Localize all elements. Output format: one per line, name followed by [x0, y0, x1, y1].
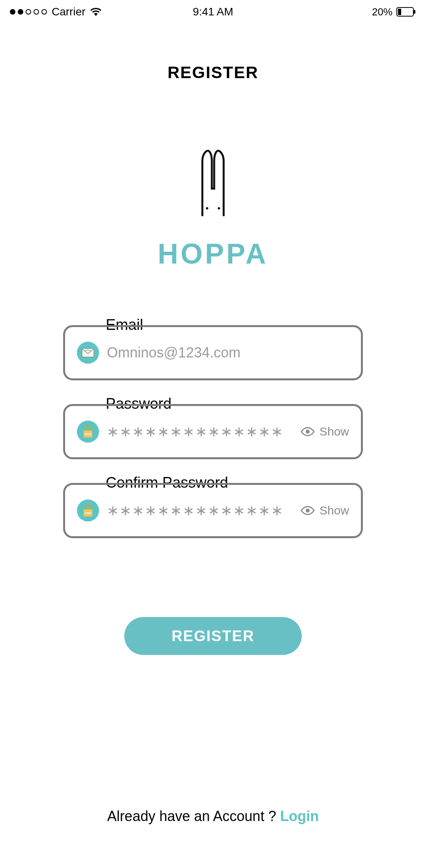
- register-button[interactable]: REGISTER: [124, 617, 302, 655]
- login-link[interactable]: Login: [280, 808, 319, 824]
- svg-rect-7: [85, 433, 91, 435]
- register-form: Email Password: [0, 325, 426, 655]
- svg-point-4: [218, 207, 220, 210]
- footer-prompt: Already have an Account ?: [107, 808, 280, 824]
- email-frame: [63, 325, 363, 380]
- status-bar: Carrier 9:41 AM 20%: [0, 0, 426, 24]
- email-input[interactable]: [107, 344, 349, 361]
- svg-rect-2: [398, 9, 401, 15]
- logo-area: HOPPA: [0, 149, 426, 270]
- signal-dots-icon: [10, 9, 47, 15]
- eye-icon: [301, 506, 315, 515]
- password-frame: Show: [63, 404, 363, 459]
- eye-icon: [301, 427, 315, 436]
- status-left: Carrier: [10, 6, 101, 18]
- email-field-group: Email: [63, 325, 363, 380]
- bunny-icon: [191, 149, 235, 216]
- confirm-password-show-toggle[interactable]: Show: [301, 504, 349, 517]
- app-name: HOPPA: [0, 238, 426, 270]
- wifi-icon: [90, 7, 101, 16]
- svg-point-3: [206, 207, 208, 210]
- carrier-label: Carrier: [52, 6, 86, 18]
- svg-rect-10: [85, 512, 91, 514]
- password-show-toggle[interactable]: Show: [301, 425, 349, 438]
- battery-percent: 20%: [372, 6, 392, 18]
- status-right: 20%: [372, 6, 416, 18]
- envelope-icon: [77, 342, 99, 364]
- lock-icon: [77, 499, 99, 522]
- password-field-group: Password Show: [63, 404, 363, 459]
- page-title: REGISTER: [0, 63, 426, 82]
- footer: Already have an Account ? Login: [0, 808, 426, 825]
- confirm-password-field-group: Confirm Password Show: [63, 483, 363, 538]
- svg-point-11: [306, 509, 310, 513]
- show-label: Show: [320, 504, 349, 517]
- battery-icon: [396, 7, 416, 17]
- svg-point-8: [306, 430, 310, 434]
- show-label: Show: [320, 425, 349, 438]
- confirm-password-input[interactable]: [107, 502, 301, 519]
- password-input[interactable]: [107, 423, 301, 440]
- status-time: 9:41 AM: [193, 6, 234, 18]
- confirm-password-frame: Show: [63, 483, 363, 538]
- svg-rect-1: [414, 10, 415, 14]
- lock-icon: [77, 421, 99, 443]
